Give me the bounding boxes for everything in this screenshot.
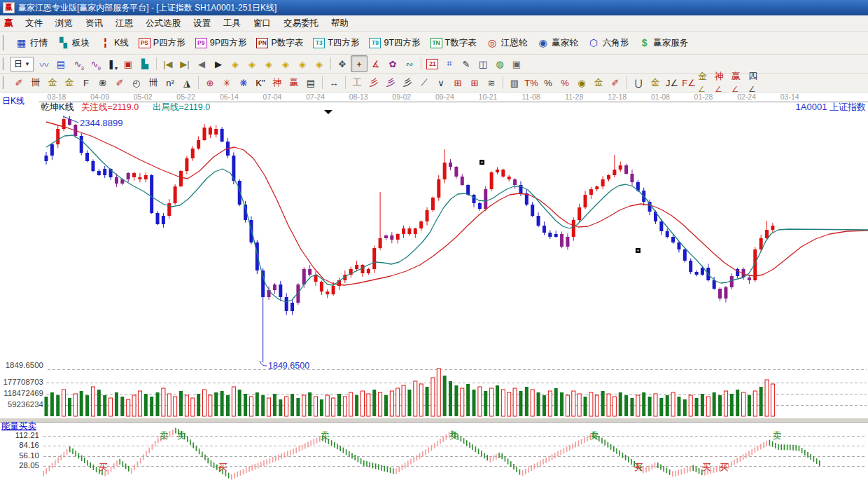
candle-style-dropdown[interactable]: ❚▾ xyxy=(103,55,120,72)
win-grid-icon[interactable]: 赢 xyxy=(286,74,302,91)
fan-red-icon[interactable]: 彡 xyxy=(365,74,382,91)
diamond-reset-icon[interactable]: ◈ xyxy=(311,55,328,72)
period-dropdown[interactable]: 日▼ xyxy=(10,57,34,71)
gold-redline-icon[interactable]: 金 xyxy=(647,74,664,91)
menu-trade[interactable]: 交易委托 xyxy=(277,18,325,28)
save-icon[interactable]: ◫ xyxy=(475,55,491,72)
t-percent-icon[interactable]: T% xyxy=(523,74,540,91)
diamond-8way-icon[interactable]: ◈ xyxy=(294,55,311,72)
toolbar-grip[interactable] xyxy=(2,76,8,89)
trend-lines-icon[interactable]: ⟋ xyxy=(416,74,433,91)
menu-gann[interactable]: 江恩 xyxy=(109,18,139,28)
menu-formula-picker[interactable]: 公式选股 xyxy=(139,18,187,28)
cup-line-icon[interactable]: ⋃ xyxy=(630,74,647,91)
win-angle-icon[interactable]: 赢∠ xyxy=(731,74,748,91)
chan-overlay-icon[interactable]: 〰 xyxy=(36,55,52,72)
angle-measure-icon[interactable]: ∡ xyxy=(368,55,384,72)
four-angle-icon[interactable]: 四∠ xyxy=(748,74,764,91)
percent-bars-icon[interactable]: ▥ xyxy=(506,74,523,91)
nine-p-square-button[interactable]: P99P四方形 xyxy=(190,35,252,51)
p-square-button[interactable]: PSP四方形 xyxy=(134,35,190,51)
sub-indicator-label[interactable]: 能量买卖 xyxy=(1,421,37,431)
gold-grid1-icon[interactable]: 金 xyxy=(44,74,61,91)
brush-flag-icon[interactable]: ✐ xyxy=(607,74,624,91)
gold-lines-icon[interactable]: 金 xyxy=(590,74,607,91)
notepad-icon[interactable]: ▤ xyxy=(52,55,69,72)
angle-ruler-icon[interactable]: ◮ xyxy=(178,74,195,91)
go-next-icon[interactable]: ▶ xyxy=(210,55,227,72)
frame-tool-icon[interactable]: 工 xyxy=(349,74,365,91)
red-grid1-icon[interactable]: ⊞ xyxy=(449,74,466,91)
kline-button[interactable]: ╏K线 xyxy=(94,35,134,51)
hexagon-button[interactable]: ⬡六角形 xyxy=(583,35,634,51)
menu-tools[interactable]: 工具 xyxy=(217,18,247,28)
parallel-lines-icon[interactable]: ≋ xyxy=(483,74,500,91)
web-export-icon[interactable]: ◍ xyxy=(491,55,508,72)
brush-chart-icon[interactable]: ✐ xyxy=(111,74,128,91)
red-grid2-icon[interactable]: ⊞ xyxy=(466,74,483,91)
spiral-icon[interactable]: ֍ xyxy=(94,74,111,91)
ruler-grid-icon[interactable]: 卌 xyxy=(27,74,44,91)
go-first-icon[interactable]: |◀ xyxy=(160,55,176,72)
diamond-compress-icon[interactable]: ◈ xyxy=(227,55,244,72)
menu-settings[interactable]: 设置 xyxy=(187,18,217,28)
brush-icon[interactable]: ✐ xyxy=(10,74,27,91)
volume-profile-icon[interactable]: ▙ xyxy=(136,55,153,72)
winner-service-button[interactable]: $赢家服务 xyxy=(634,35,693,51)
percent-line-icon[interactable]: % xyxy=(556,74,573,91)
toolbar-grip[interactable] xyxy=(2,57,8,70)
chart-canvas[interactable]: 03-1804-0905-0205-2206-1407-0407-2408-13… xyxy=(0,92,868,480)
v-wave-icon[interactable]: ∨ xyxy=(433,74,449,91)
report-edit-icon[interactable]: ✎ xyxy=(458,55,475,72)
wave-draw-icon[interactable]: ∾ xyxy=(401,55,418,72)
calculator-icon[interactable]: ⌗ xyxy=(441,55,458,72)
shen-angle-icon[interactable]: 神∠ xyxy=(714,74,731,91)
target-cross-icon[interactable]: ⊕ xyxy=(202,74,218,91)
measure-width-icon[interactable]: ↔ xyxy=(326,74,342,91)
k-quote-icon[interactable]: K" xyxy=(252,74,269,91)
calendar-icon[interactable]: 21 xyxy=(424,55,441,72)
gold-grid2-icon[interactable]: 金 xyxy=(61,74,78,91)
menu-help[interactable]: 帮助 xyxy=(325,18,355,28)
gann-draw-icon[interactable]: ✿ xyxy=(384,55,401,72)
gann-wheel-button[interactable]: ◎江恩轮 xyxy=(482,35,533,51)
sectors-button[interactable]: ▚板块 xyxy=(52,35,94,51)
j-angle-icon[interactable]: J∠ xyxy=(664,74,680,91)
workstation-icon[interactable]: ▣ xyxy=(508,55,525,72)
fan-box-purple-icon[interactable]: 彡 xyxy=(382,74,399,91)
percent-icon[interactable]: % xyxy=(540,74,556,91)
menu-browse[interactable]: 浏览 xyxy=(49,18,79,28)
shen-grid-icon[interactable]: 神 xyxy=(269,74,286,91)
f-angle-icon[interactable]: F∠ xyxy=(680,74,697,91)
hand-pan-icon[interactable]: ✥ xyxy=(334,55,351,72)
nine-t-square-button[interactable]: T99T四方形 xyxy=(364,35,425,51)
web-grid-icon[interactable]: ❋ xyxy=(235,74,252,91)
title-bar[interactable]: 赢 赢家江恩专业版[赢家内部服务平台] - [上证指数 SH1A0001-251… xyxy=(0,0,868,15)
go-prev-icon[interactable]: ◀ xyxy=(193,55,210,72)
wave9-icon[interactable]: ∿9 xyxy=(86,55,103,72)
star-grid-icon[interactable]: ✳ xyxy=(218,74,235,91)
t-number-table-button[interactable]: TNT数字表 xyxy=(426,35,482,51)
diamond-expand-icon[interactable]: ◈ xyxy=(244,55,260,72)
winner-wheel-button[interactable]: ◉赢家轮 xyxy=(532,35,583,51)
quotes-button[interactable]: ▦行情 xyxy=(10,35,52,51)
crosshair-icon[interactable]: + xyxy=(351,55,368,72)
time-circle-icon[interactable]: ◴ xyxy=(128,74,145,91)
pattern-box-icon[interactable]: ▣ xyxy=(120,55,136,72)
diamond-4way-icon[interactable]: ◈ xyxy=(277,55,294,72)
ruler-grid2-icon[interactable]: 卌 xyxy=(145,74,162,91)
gold-circle-icon[interactable]: ◉ xyxy=(573,74,590,91)
toolbar-grip[interactable] xyxy=(2,35,8,50)
n2-grid-icon[interactable]: n² xyxy=(162,74,178,91)
wave3-icon[interactable]: ∿3 xyxy=(69,55,86,72)
go-last-icon[interactable]: ▶| xyxy=(176,55,193,72)
menu-window[interactable]: 窗口 xyxy=(247,18,277,28)
fan-box-dark-icon[interactable]: 彡 xyxy=(399,74,416,91)
gold-angle-icon[interactable]: 金∠ xyxy=(697,74,714,91)
f-grid-icon[interactable]: F xyxy=(78,74,94,91)
p-number-table-button[interactable]: PNP数字表 xyxy=(251,35,308,51)
t-square-button[interactable]: T3T四方形 xyxy=(308,35,364,51)
ruler-123-icon[interactable]: ▤ xyxy=(302,74,319,91)
menu-news[interactable]: 资讯 xyxy=(79,18,109,28)
menu-file[interactable]: 文件 xyxy=(19,18,49,28)
